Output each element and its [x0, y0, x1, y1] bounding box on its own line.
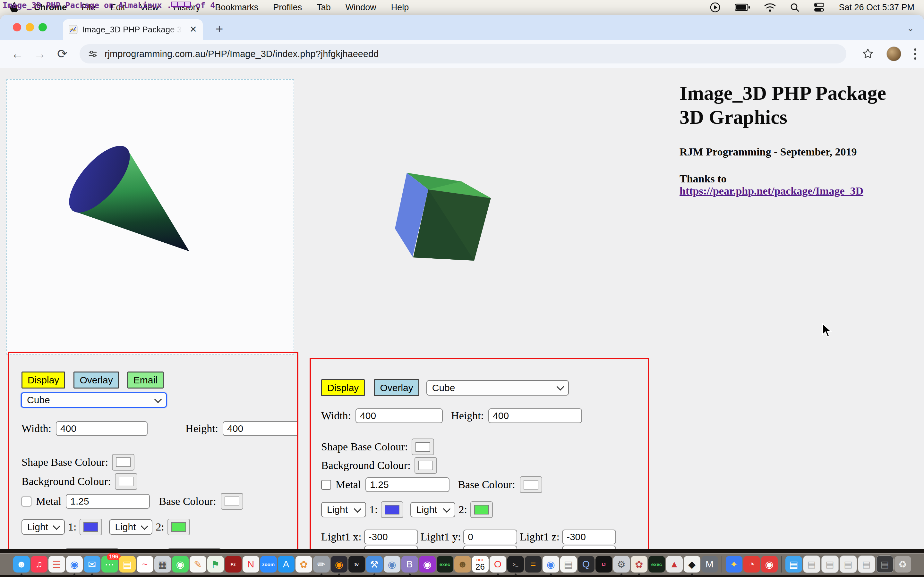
light2-colour-swatch[interactable] — [168, 519, 190, 535]
dock-item-gauge-app[interactable]: ◔ — [743, 556, 760, 572]
dock-item-music[interactable]: ♫ — [31, 556, 47, 572]
dock-item-photos[interactable]: ✿ — [296, 556, 312, 572]
menu-help[interactable]: Help — [391, 3, 409, 13]
dock-item-reminders[interactable]: ☰ — [48, 556, 65, 572]
reload-button[interactable]: ⟳ — [54, 45, 71, 62]
window-minimize-button[interactable] — [26, 23, 34, 31]
base-colour-swatch[interactable] — [221, 493, 243, 510]
shape-base-colour-swatch[interactable] — [412, 438, 434, 455]
profile-avatar[interactable] — [887, 47, 901, 61]
width-input[interactable] — [355, 408, 443, 423]
dock-item-opera[interactable]: O — [489, 556, 506, 572]
browser-tab[interactable]: Image_3D PHP Package 3D G ✕ — [63, 19, 203, 40]
control-center-icon[interactable] — [814, 3, 825, 12]
dock-item-firefox[interactable]: ◉ — [331, 556, 347, 572]
menu-bookmarks[interactable]: Bookmarks — [215, 3, 258, 13]
dock-item-window-preview-4[interactable]: ▤ — [858, 556, 875, 573]
pear-package-link[interactable]: https://pear.php.net/package/Image_3D — [680, 185, 863, 197]
base-colour-swatch[interactable] — [520, 476, 542, 493]
light2-type-select[interactable]: Light — [109, 519, 152, 535]
overlay-button[interactable]: Overlay — [73, 372, 119, 388]
dock-item-exec-script-2[interactable]: exec — [648, 556, 665, 572]
dock-item-chrome[interactable]: ◉ — [543, 556, 559, 572]
light1-y-input[interactable] — [463, 530, 517, 544]
shape-base-colour-swatch[interactable] — [112, 454, 134, 471]
menu-bar-clock[interactable]: Sat 26 Oct 5:37 PM — [838, 3, 914, 13]
dock-item-podcasts[interactable]: ◉ — [419, 556, 436, 572]
light1-x-input[interactable] — [364, 530, 418, 544]
light2-colour-swatch[interactable] — [470, 501, 493, 518]
forward-button[interactable]: → — [31, 45, 48, 62]
tab-search-chevron-icon[interactable]: ⌄ — [904, 22, 917, 35]
window-close-button[interactable] — [13, 23, 21, 31]
dock-item-pages[interactable]: ✎ — [190, 556, 206, 572]
bookmark-star-icon[interactable] — [862, 48, 874, 60]
width-input[interactable] — [56, 421, 148, 436]
dock-item-downloads-folder[interactable]: ▤ — [785, 556, 802, 572]
background-colour-swatch[interactable] — [415, 457, 437, 474]
browser-menu-icon[interactable] — [914, 48, 916, 60]
light1-colour-swatch[interactable] — [381, 501, 403, 518]
dock-item-contacts[interactable]: ☻ — [454, 556, 471, 572]
new-tab-button[interactable]: + — [216, 23, 223, 35]
dock-item-system-settings[interactable]: ⚙ — [613, 556, 630, 572]
menu-window[interactable]: Window — [346, 3, 376, 13]
dock-item-paint-palette[interactable]: ✿ — [631, 556, 648, 572]
dock-item-window-preview-2[interactable]: ▤ — [821, 556, 838, 573]
dock-item-window-preview-5[interactable]: ▤ — [876, 556, 893, 573]
dock-item-calendar[interactable]: OCT26 — [472, 556, 489, 572]
site-settings-icon[interactable] — [88, 49, 97, 59]
dock-item-zoom[interactable]: zoom — [260, 556, 277, 572]
dock-item-app-store[interactable]: A — [278, 556, 294, 572]
dock-item-terminal[interactable]: >_ — [507, 556, 524, 572]
dock-item-inkscape[interactable]: ◆ — [684, 556, 700, 572]
dock-item-trash[interactable]: ♻ — [895, 556, 911, 572]
metal-checkbox[interactable] — [321, 480, 331, 490]
search-icon[interactable] — [790, 3, 800, 12]
light2-type-select[interactable]: Light — [410, 502, 455, 517]
dock-item-prism-tool[interactable]: ▲ — [666, 556, 683, 572]
dock-item-mamp[interactable]: M — [701, 556, 718, 572]
dock-item-calculator[interactable]: = — [525, 556, 541, 572]
dock-item-finder[interactable]: ☻ — [13, 556, 30, 572]
dock-item-launchpad[interactable]: ▦ — [154, 556, 171, 572]
shape-select[interactable]: Cube — [426, 380, 569, 396]
menu-tab[interactable]: Tab — [317, 3, 331, 13]
light1-z-input[interactable] — [562, 530, 616, 544]
display-button[interactable]: Display — [321, 379, 365, 396]
height-input[interactable] — [223, 421, 298, 436]
dock-item-bbedit[interactable]: B — [401, 556, 418, 572]
dock-item-apple-tv[interactable]: tv — [349, 556, 365, 572]
light1-type-select[interactable]: Light — [21, 519, 65, 535]
menu-profiles[interactable]: Profiles — [273, 3, 302, 13]
dock-item-window-preview-3[interactable]: ▤ — [840, 556, 857, 573]
dock-item-messages[interactable]: ⋯196 — [102, 556, 118, 572]
play-circle-icon[interactable] — [710, 2, 720, 13]
dock-item-intellij[interactable]: IJ — [596, 556, 612, 572]
back-button[interactable]: ← — [9, 45, 26, 62]
window-zoom-button[interactable] — [39, 23, 47, 31]
wifi-icon[interactable] — [764, 3, 776, 12]
overlay-button[interactable]: Overlay — [374, 379, 419, 396]
dock-item-filezilla[interactable]: Fz — [225, 556, 242, 572]
background-colour-swatch[interactable] — [115, 473, 137, 490]
dock-item-quicktime[interactable]: Q — [578, 556, 594, 572]
light1-type-select[interactable]: Light — [321, 502, 366, 517]
dock-item-facetime[interactable]: ◉ — [172, 556, 189, 572]
shape-select[interactable]: Cube — [21, 392, 167, 408]
dock-item-news[interactable]: N — [242, 556, 259, 572]
dock-item-maps[interactable]: ⚑ — [207, 556, 224, 572]
battery-icon[interactable] — [735, 3, 750, 11]
dock-item-fitness[interactable]: ~ — [137, 556, 153, 572]
dock-item-camera-app[interactable]: ◉ — [761, 556, 778, 572]
metal-input[interactable] — [66, 494, 150, 509]
dock-item-gimp[interactable]: ✏ — [313, 556, 330, 572]
dock-item-exec-script[interactable]: exec — [437, 556, 453, 572]
dock-item-safari[interactable]: ◉ — [66, 556, 83, 572]
light1-colour-swatch[interactable] — [79, 519, 102, 535]
dock-item-window-preview-1[interactable]: ▤ — [803, 556, 821, 573]
dock-item-mail[interactable]: ✉ — [84, 556, 100, 572]
display-button[interactable]: Display — [21, 372, 65, 388]
height-input[interactable] — [488, 408, 582, 423]
dock-item-notes[interactable]: ▤ — [119, 556, 136, 572]
